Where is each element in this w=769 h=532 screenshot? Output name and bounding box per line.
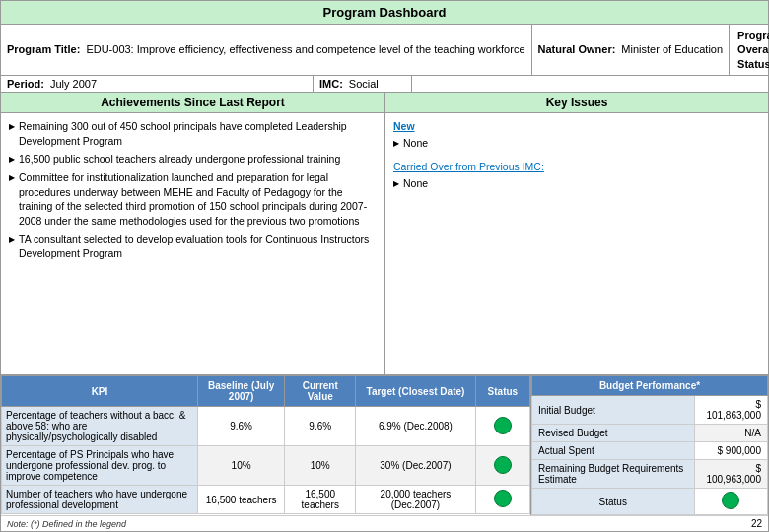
overall-status-label: Program Overall Status:	[737, 29, 769, 71]
status-indicator	[494, 417, 512, 434]
budget-table: Budget Performance* Initial Budget$ 101,…	[531, 375, 768, 515]
kpi-status	[475, 486, 529, 514]
achievement-item: Remaining 300 out of 450 school principa…	[9, 119, 377, 148]
budget-body: Initial Budget$ 101,863,000Revised Budge…	[532, 396, 768, 515]
program-title-label: Program Title:	[7, 43, 80, 55]
key-issues-new-list: None	[393, 136, 760, 151]
kpi-baseline: 16,500 teachers	[197, 486, 284, 514]
key-issues-panel: Key Issues New None Carried Over from Pr…	[385, 93, 768, 374]
imc-value: Social	[349, 78, 379, 90]
footer: Note: (*) Defined in the legend 22	[1, 515, 768, 531]
kpi-target: 20,000 teachers (Dec.2007)	[356, 486, 476, 514]
budget-row: Initial Budget$ 101,863,000	[532, 396, 768, 425]
natural-owner-value: Minister of Education	[621, 43, 723, 55]
status-indicator	[494, 490, 512, 507]
kpi-baseline: 9.6%	[197, 407, 284, 446]
imc-label: IMC:	[319, 78, 343, 90]
kpi-header-target: Target (Closest Date)	[356, 376, 476, 407]
status-indicator	[494, 456, 512, 474]
natural-owner-cell: Natural Owner: Minister of Education	[532, 25, 731, 75]
achievements-header: Achievements Since Last Report	[1, 93, 384, 113]
budget-section: Budget Performance* Initial Budget$ 101,…	[531, 375, 768, 515]
achievement-item: Committee for institutionalization launc…	[9, 170, 377, 229]
kpi-name: Number of teachers who have undergone pr…	[2, 486, 198, 514]
program-title-cell: Program Title: EDU-003: Improve efficien…	[1, 25, 532, 75]
carried-over-label: Carried Over from Previous IMC:	[393, 160, 760, 174]
budget-status-indicator	[722, 492, 739, 509]
period-value: July 2007	[50, 78, 97, 90]
budget-row-label: Actual Spent	[532, 442, 695, 460]
key-issue-new-item: None	[393, 136, 760, 151]
budget-row-label: Remaining Budget Requirements Estimate	[532, 460, 695, 489]
program-info-row: Program Title: EDU-003: Improve efficien…	[1, 25, 768, 76]
kpi-body: Percentage of teachers without a bacc. &…	[2, 407, 530, 514]
kpi-target: 30% (Dec.2007)	[356, 446, 476, 486]
achievements-body: Remaining 300 out of 450 school principa…	[1, 113, 384, 271]
period-cell: Period: July 2007	[1, 76, 314, 92]
kpi-name: Percentage of teachers without a bacc. &…	[2, 407, 198, 446]
budget-row: Remaining Budget Requirements Estimate$ …	[532, 460, 768, 489]
key-issues-new-label: New	[393, 119, 760, 134]
imc-cell: IMC: Social	[314, 76, 412, 92]
natural-owner-label: Natural Owner:	[538, 43, 616, 55]
kpi-current: 16,500 teachers	[285, 486, 356, 514]
budget-row-label: Status	[532, 489, 695, 515]
achievements-list: Remaining 300 out of 450 school principa…	[9, 119, 377, 261]
kpi-name: Percentage of PS Principals who have und…	[2, 446, 198, 486]
budget-row-value: $ 101,863,000	[694, 396, 768, 425]
kpi-current: 10%	[285, 446, 356, 486]
budget-row-value: $ 900,000	[694, 442, 768, 460]
period-label: Period:	[7, 78, 44, 90]
budget-row-label: Revised Budget	[532, 425, 695, 442]
achievements-panel: Achievements Since Last Report Remaining…	[1, 93, 385, 374]
social-cell	[412, 76, 768, 92]
achievement-item: 16,500 public school teachers already un…	[9, 152, 377, 166]
kpi-status	[475, 407, 529, 446]
budget-row: Status	[532, 489, 768, 515]
kpi-section: KPI Baseline (July 2007) Current Value T…	[1, 375, 531, 515]
budget-row: Actual Spent$ 900,000	[532, 442, 768, 460]
kpi-target: 6.9% (Dec.2008)	[356, 407, 476, 446]
kpi-baseline: 10%	[197, 446, 284, 486]
kpi-header-current: Current Value	[285, 376, 356, 407]
dashboard-title: Program Dashboard	[1, 1, 768, 25]
kpi-table: KPI Baseline (July 2007) Current Value T…	[1, 375, 530, 514]
achievement-item: TA consultant selected to develop evalua…	[9, 233, 377, 261]
middle-section: Achievements Since Last Report Remaining…	[1, 93, 768, 375]
key-issues-carried-list: None	[393, 176, 760, 191]
key-issues-header: Key Issues	[385, 93, 768, 113]
kpi-header-kpi: KPI	[2, 376, 198, 407]
table-row: Number of teachers who have undergone pr…	[2, 486, 530, 514]
period-row: Period: July 2007 IMC: Social	[1, 76, 768, 93]
key-issues-body: New None Carried Over from Previous IMC:…	[385, 113, 768, 207]
budget-row-label: Initial Budget	[532, 396, 695, 425]
budget-row-value	[694, 489, 768, 515]
bottom-section: KPI Baseline (July 2007) Current Value T…	[1, 375, 768, 515]
budget-row: Revised BudgetN/A	[532, 425, 768, 442]
kpi-status	[475, 446, 529, 486]
key-issue-carried-item: None	[393, 176, 760, 191]
program-status-cell: Program Overall Status:	[730, 25, 769, 75]
table-row: Percentage of teachers without a bacc. &…	[2, 407, 530, 446]
kpi-current: 9.6%	[285, 407, 356, 446]
footer-page: 22	[751, 518, 762, 529]
program-title-value: EDU-003: Improve efficiency, effectivene…	[86, 42, 524, 56]
budget-row-value: $ 100,963,000	[694, 460, 768, 489]
footer-note: Note: (*) Defined in the legend	[7, 519, 126, 529]
budget-row-value: N/A	[694, 425, 768, 442]
kpi-header-status: Status	[475, 376, 529, 407]
table-row: Percentage of PS Principals who have und…	[2, 446, 530, 486]
budget-header: Budget Performance*	[532, 376, 768, 396]
kpi-header-baseline: Baseline (July 2007)	[197, 376, 284, 407]
